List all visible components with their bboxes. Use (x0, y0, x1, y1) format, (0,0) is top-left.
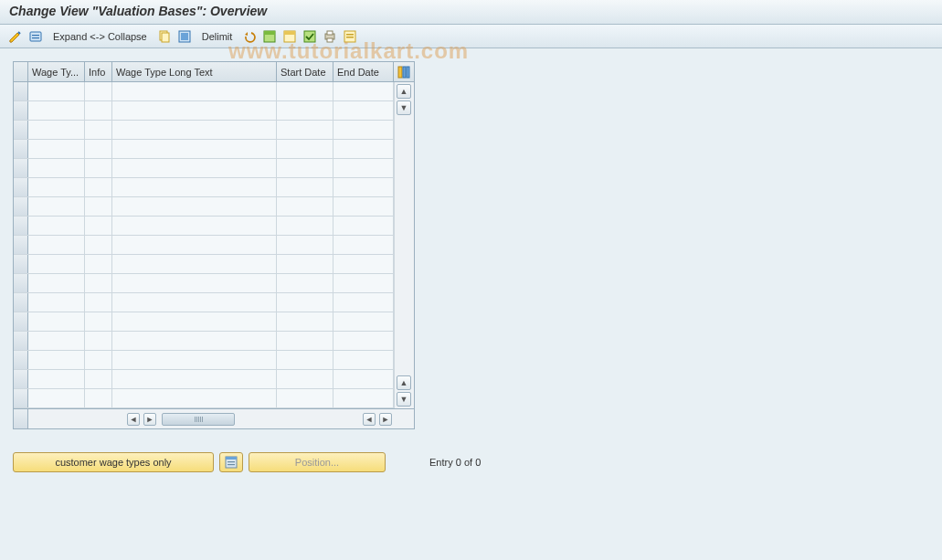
table-row[interactable] (14, 351, 394, 370)
hscroll-thumb[interactable] (162, 413, 235, 426)
row-selector[interactable] (14, 351, 28, 369)
cell-long-text[interactable] (112, 389, 277, 407)
cell-wage-type[interactable] (28, 121, 85, 139)
row-selector[interactable] (14, 217, 28, 235)
row-selector[interactable] (14, 121, 28, 139)
table-row[interactable] (14, 217, 394, 236)
cell-long-text[interactable] (112, 197, 277, 216)
cell-long-text[interactable] (112, 312, 277, 331)
cell-start-date[interactable] (277, 178, 333, 196)
cell-wage-type[interactable] (28, 159, 85, 177)
cell-wage-type[interactable] (28, 178, 85, 196)
row-selector[interactable] (14, 159, 28, 177)
scroll-up-icon[interactable]: ▲ (397, 84, 411, 99)
cell-long-text[interactable] (112, 236, 277, 254)
grid-corner[interactable] (14, 62, 28, 81)
row-selector[interactable] (14, 293, 28, 312)
table-row[interactable] (14, 255, 394, 274)
cell-long-text[interactable] (112, 178, 277, 196)
scroll-right-end-icon[interactable]: ► (379, 413, 392, 426)
cell-end-date[interactable] (333, 351, 394, 369)
cell-end-date[interactable] (333, 236, 394, 254)
cell-start-date[interactable] (277, 255, 333, 273)
row-selector[interactable] (14, 332, 28, 350)
col-header-wage-type[interactable]: Wage Ty... (28, 62, 85, 81)
cell-end-date[interactable] (333, 293, 394, 312)
variant-icon[interactable] (342, 28, 358, 45)
table-row[interactable] (14, 332, 394, 351)
expand-collapse-button[interactable]: Expand <-> Collapse (48, 29, 153, 44)
cell-info[interactable] (85, 274, 112, 292)
scroll-right-start-icon[interactable]: ► (143, 413, 156, 426)
scroll-down-bottom-icon[interactable]: ▼ (397, 392, 411, 407)
cell-long-text[interactable] (112, 274, 277, 292)
table-row[interactable] (14, 293, 394, 312)
position-button[interactable]: Position... (249, 452, 386, 472)
cell-start-date[interactable] (277, 121, 333, 139)
cell-end-date[interactable] (333, 140, 394, 158)
col-header-start-date[interactable]: Start Date (277, 62, 333, 81)
cell-end-date[interactable] (333, 255, 394, 273)
cell-long-text[interactable] (112, 140, 277, 158)
cell-wage-type[interactable] (28, 274, 85, 292)
cell-wage-type[interactable] (28, 82, 85, 100)
cell-long-text[interactable] (112, 217, 277, 235)
cell-start-date[interactable] (277, 389, 333, 407)
cell-info[interactable] (85, 293, 112, 312)
cell-start-date[interactable] (277, 370, 333, 388)
cell-end-date[interactable] (333, 389, 394, 407)
cell-info[interactable] (85, 255, 112, 273)
cell-long-text[interactable] (112, 293, 277, 312)
table-row[interactable] (14, 370, 394, 389)
row-selector[interactable] (14, 140, 28, 158)
row-selector[interactable] (14, 312, 28, 331)
table-row[interactable] (14, 274, 394, 293)
cell-end-date[interactable] (333, 217, 394, 235)
row-selector[interactable] (14, 370, 28, 388)
deselect-all-icon[interactable] (281, 28, 298, 45)
cell-wage-type[interactable] (28, 389, 85, 407)
table-row[interactable] (14, 312, 394, 332)
row-selector[interactable] (14, 101, 28, 120)
cell-start-date[interactable] (277, 351, 333, 369)
position-icon-button[interactable] (219, 452, 243, 472)
row-selector[interactable] (14, 178, 28, 196)
cell-info[interactable] (85, 217, 112, 235)
cell-info[interactable] (85, 178, 112, 196)
table-row[interactable] (14, 101, 394, 121)
cell-info[interactable] (85, 236, 112, 254)
cell-start-date[interactable] (277, 101, 333, 120)
cell-wage-type[interactable] (28, 293, 85, 312)
table-row[interactable] (14, 159, 394, 178)
select-all-icon[interactable] (176, 28, 193, 45)
cell-end-date[interactable] (333, 332, 394, 350)
select-block-icon[interactable] (261, 28, 278, 45)
cell-wage-type[interactable] (28, 351, 85, 369)
cell-end-date[interactable] (333, 178, 394, 196)
customer-wage-types-button[interactable]: customer wage types only (13, 452, 214, 472)
cell-long-text[interactable] (112, 351, 277, 369)
column-config-icon[interactable] (394, 62, 414, 81)
cell-start-date[interactable] (277, 82, 333, 100)
cell-long-text[interactable] (112, 370, 277, 388)
cell-start-date[interactable] (277, 159, 333, 177)
cell-wage-type[interactable] (28, 312, 85, 331)
table-row[interactable] (14, 197, 394, 217)
col-header-info[interactable]: Info (85, 62, 112, 81)
row-selector[interactable] (14, 82, 28, 100)
cell-wage-type[interactable] (28, 255, 85, 273)
cell-start-date[interactable] (277, 197, 333, 216)
cell-info[interactable] (85, 197, 112, 216)
vertical-scrollbar[interactable]: ▲ ▼▲▼ (394, 82, 414, 408)
cell-end-date[interactable] (333, 274, 394, 292)
cell-long-text[interactable] (112, 159, 277, 177)
cell-info[interactable] (85, 332, 112, 350)
cell-wage-type[interactable] (28, 236, 85, 254)
cell-long-text[interactable] (112, 121, 277, 139)
cell-long-text[interactable] (112, 255, 277, 273)
cell-wage-type[interactable] (28, 217, 85, 235)
table-row[interactable] (14, 178, 394, 197)
row-selector[interactable] (14, 274, 28, 292)
table-row[interactable] (14, 389, 394, 408)
col-header-end-date[interactable]: End Date (333, 62, 394, 81)
